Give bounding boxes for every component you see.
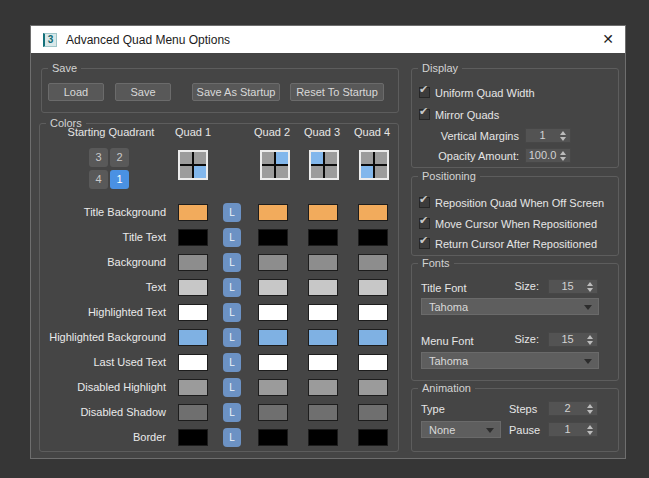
- lock-button[interactable]: L: [223, 328, 241, 347]
- color-swatch-quad4[interactable]: [358, 429, 388, 446]
- animation-steps-value[interactable]: 2: [549, 402, 586, 415]
- spinner-arrows-icon[interactable]: [587, 423, 595, 436]
- mirror-quads-checkbox[interactable]: ✔: [419, 109, 430, 120]
- lock-button[interactable]: L: [223, 303, 241, 322]
- vertical-margins-label: Vertical Margins: [419, 130, 519, 142]
- move-cursor-checkbox[interactable]: ✔: [419, 218, 430, 229]
- spinner-arrows-icon[interactable]: [560, 129, 568, 142]
- color-swatch-quad3[interactable]: [308, 354, 338, 371]
- color-row-disabled-shadow: Disabled Shadow L: [31, 404, 431, 422]
- quad4-preview-icon: [359, 150, 389, 180]
- color-swatch-quad4[interactable]: [358, 329, 388, 346]
- color-swatch-quad1[interactable]: [178, 379, 208, 396]
- color-swatch-quad2[interactable]: [258, 354, 288, 371]
- load-button[interactable]: Load: [48, 83, 104, 101]
- save-button[interactable]: Save: [115, 83, 171, 101]
- color-swatch-quad4[interactable]: [358, 204, 388, 221]
- title-font-size-label: Size:: [451, 280, 539, 292]
- close-icon[interactable]: ✕: [591, 26, 625, 53]
- quad3-preview-icon: [309, 150, 339, 180]
- lock-button[interactable]: L: [223, 378, 241, 397]
- color-swatch-quad2[interactable]: [258, 429, 288, 446]
- color-swatch-quad1[interactable]: [178, 229, 208, 246]
- color-swatch-quad1[interactable]: [178, 329, 208, 346]
- animation-steps-label: Steps: [509, 403, 537, 415]
- color-swatch-quad4[interactable]: [358, 379, 388, 396]
- lock-button[interactable]: L: [223, 253, 241, 272]
- check-icon: ✔: [419, 214, 428, 227]
- color-swatch-quad3[interactable]: [308, 279, 338, 296]
- color-swatch-quad1[interactable]: [178, 404, 208, 421]
- color-swatch-quad1[interactable]: [178, 354, 208, 371]
- color-swatch-quad1[interactable]: [178, 429, 208, 446]
- starting-quadrant-2-button[interactable]: 2: [110, 148, 129, 167]
- color-swatch-quad2[interactable]: [258, 254, 288, 271]
- save-as-startup-button[interactable]: Save As Startup: [192, 83, 280, 101]
- starting-quadrant-1-button[interactable]: 1: [110, 170, 129, 189]
- animation-pause-value[interactable]: 1: [549, 423, 586, 436]
- color-swatch-quad2[interactable]: [258, 229, 288, 246]
- spinner-arrows-icon[interactable]: [587, 280, 595, 293]
- color-swatch-quad1[interactable]: [178, 254, 208, 271]
- color-swatch-quad1[interactable]: [178, 204, 208, 221]
- color-swatch-quad3[interactable]: [308, 204, 338, 221]
- color-swatch-quad4[interactable]: [358, 229, 388, 246]
- animation-steps-spinner[interactable]: 2: [548, 401, 598, 416]
- title-font-dropdown[interactable]: Tahoma: [421, 298, 599, 315]
- color-swatch-quad3[interactable]: [308, 229, 338, 246]
- color-swatch-quad3[interactable]: [308, 329, 338, 346]
- color-swatch-quad1[interactable]: [178, 279, 208, 296]
- opacity-amount-spinner[interactable]: 100.0: [525, 148, 571, 163]
- color-swatch-quad3[interactable]: [308, 254, 338, 271]
- positioning-group-label: Positioning: [418, 170, 480, 182]
- color-swatch-quad4[interactable]: [358, 254, 388, 271]
- menu-font-size-spinner[interactable]: 15: [548, 332, 598, 347]
- lock-button[interactable]: L: [223, 403, 241, 422]
- reposition-quad-checkbox[interactable]: ✔: [419, 197, 430, 208]
- reset-to-startup-button[interactable]: Reset To Startup: [290, 83, 384, 101]
- vertical-margins-value[interactable]: 1: [526, 129, 559, 142]
- color-swatch-quad3[interactable]: [308, 304, 338, 321]
- lock-button[interactable]: L: [223, 353, 241, 372]
- color-swatch-quad3[interactable]: [308, 379, 338, 396]
- color-swatch-quad4[interactable]: [358, 279, 388, 296]
- move-cursor-label: Move Cursor When Repositioned: [435, 218, 597, 230]
- color-swatch-quad2[interactable]: [258, 379, 288, 396]
- quad3-column-header: Quad 3: [300, 126, 344, 138]
- color-swatch-quad2[interactable]: [258, 304, 288, 321]
- color-row-highlighted-background: Highlighted Background L: [31, 329, 431, 347]
- vertical-margins-spinner[interactable]: 1: [525, 128, 571, 143]
- color-swatch-quad4[interactable]: [358, 404, 388, 421]
- return-cursor-checkbox[interactable]: ✔: [419, 238, 430, 249]
- color-swatch-quad2[interactable]: [258, 204, 288, 221]
- lock-button[interactable]: L: [223, 203, 241, 222]
- color-swatch-quad1[interactable]: [178, 304, 208, 321]
- color-swatch-quad3[interactable]: [308, 429, 338, 446]
- title-font-size-spinner[interactable]: 15: [548, 279, 598, 294]
- spinner-arrows-icon[interactable]: [560, 149, 568, 162]
- spinner-arrows-icon[interactable]: [587, 333, 595, 346]
- lock-button[interactable]: L: [223, 228, 241, 247]
- starting-quadrant-3-button[interactable]: 3: [89, 148, 108, 167]
- opacity-amount-value[interactable]: 100.0: [526, 149, 559, 162]
- title-font-family-value: Tahoma: [429, 300, 468, 314]
- animation-type-value: None: [429, 423, 455, 437]
- menu-font-size-value[interactable]: 15: [549, 333, 586, 346]
- color-swatch-quad3[interactable]: [308, 404, 338, 421]
- starting-quadrant-4-button[interactable]: 4: [89, 170, 108, 189]
- spinner-arrows-icon[interactable]: [587, 402, 595, 415]
- color-swatch-quad2[interactable]: [258, 404, 288, 421]
- uniform-quad-width-checkbox[interactable]: ✔: [419, 87, 430, 98]
- title-font-size-value[interactable]: 15: [549, 280, 586, 293]
- color-swatch-quad4[interactable]: [358, 354, 388, 371]
- lock-button[interactable]: L: [223, 278, 241, 297]
- color-swatch-quad2[interactable]: [258, 329, 288, 346]
- animation-pause-spinner[interactable]: 1: [548, 422, 598, 437]
- animation-type-dropdown[interactable]: None: [421, 421, 501, 438]
- opacity-amount-label: Opacity Amount:: [419, 150, 519, 162]
- menu-font-dropdown[interactable]: Tahoma: [421, 352, 599, 369]
- color-swatch-quad2[interactable]: [258, 279, 288, 296]
- color-swatch-quad4[interactable]: [358, 304, 388, 321]
- check-icon: ✔: [419, 83, 428, 96]
- lock-button[interactable]: L: [223, 428, 241, 447]
